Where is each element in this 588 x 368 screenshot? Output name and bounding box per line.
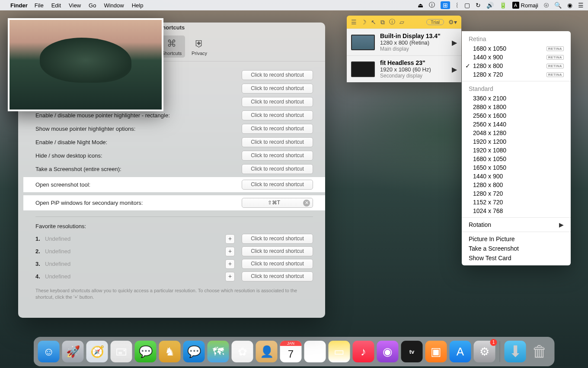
resolution-option[interactable]: 1152 x 720 (462, 198, 571, 207)
dock-contacts[interactable]: 👤 (256, 341, 278, 362)
record-button[interactable]: Click to record shortcut (242, 84, 313, 94)
timemachine-icon[interactable]: ↻ (476, 2, 481, 9)
menu-edit[interactable]: Edit (51, 2, 61, 9)
notification-center-icon[interactable]: ☰ (578, 2, 584, 9)
accessibility-icon[interactable]: ⓘ (429, 1, 435, 9)
siri-icon[interactable]: ◉ (567, 2, 572, 9)
add-button[interactable]: + (225, 259, 235, 269)
fav-undefined: Undefined (45, 248, 225, 255)
record-button[interactable]: ⇧⌘T✕ (242, 198, 313, 208)
airplay-icon[interactable]: ▢ (464, 2, 470, 9)
resolution-option[interactable]: 2880 x 1800 (462, 103, 571, 111)
add-button[interactable]: + (225, 247, 235, 256)
moon-icon[interactable]: ☽ (361, 19, 367, 26)
shortcut-row: Hide / show desktop icons:Click to recor… (35, 150, 313, 161)
record-button[interactable]: Click to record shortcut (242, 180, 313, 190)
ruler-icon[interactable]: ▱ (399, 19, 404, 26)
pip-icon[interactable]: ⧉ (380, 19, 385, 26)
dock-separator (500, 341, 500, 362)
resolution-option[interactable]: 2560 x 1600 (462, 111, 571, 120)
display-item[interactable]: Built-in Display 13.4"1280 x 800 (Retina… (347, 29, 461, 55)
dock-podcasts[interactable]: ◉ (377, 341, 399, 362)
dock-maps[interactable]: 🗺 (208, 341, 229, 362)
resolution-option[interactable]: 1650 x 1050 (462, 163, 571, 172)
dock-safari[interactable]: 🧭 (86, 341, 108, 362)
resolution-option[interactable]: 2560 x 1440 (462, 120, 571, 129)
dock-trash[interactable]: 🗑 (529, 341, 550, 362)
record-button[interactable]: Click to record shortcut (242, 70, 313, 80)
dock-chat[interactable]: 💬 (183, 341, 205, 362)
dock-music[interactable]: ♪ (353, 341, 374, 362)
resolution-option[interactable]: 1920 x 1200 (462, 137, 571, 146)
dock-finder[interactable]: ☺ (38, 341, 60, 362)
clear-icon[interactable]: ✕ (303, 200, 310, 207)
info-icon[interactable]: ⓘ (389, 18, 395, 26)
record-button[interactable]: Click to record shortcut (242, 124, 313, 134)
wifi-icon[interactable]: ⧙ (456, 2, 459, 9)
menu-file[interactable]: File (35, 2, 44, 9)
fastforward-icon[interactable]: ⦾ (544, 2, 549, 9)
record-button[interactable]: Click to record shortcut (242, 110, 313, 120)
menu-go[interactable]: Go (89, 2, 96, 9)
input-source[interactable]: ARomaji (512, 2, 538, 9)
dock-reminders[interactable]: ☰ (304, 341, 326, 362)
resolution-option[interactable]: 1440 x 900RETINA (462, 53, 571, 61)
dock-sysprefs[interactable]: ⚙1 (474, 341, 495, 362)
record-button[interactable]: Click to record shortcut (242, 234, 313, 244)
resolution-option[interactable]: 2048 x 1280 (462, 129, 571, 137)
testcard-action[interactable]: Show Test Card (462, 253, 571, 263)
dock-launchpad[interactable]: 🚀 (62, 341, 84, 362)
screenshot-action[interactable]: Take a Screenshot (462, 244, 571, 253)
record-button[interactable]: Click to record shortcut (242, 164, 313, 174)
dock-chess[interactable]: ♞ (159, 341, 181, 362)
resolution-option[interactable]: 1280 x 720RETINA (462, 70, 571, 79)
dock-photos[interactable]: ✿ (232, 341, 253, 362)
resolution-option[interactable]: 1680 x 1050RETINA (462, 44, 571, 53)
add-button[interactable]: + (225, 272, 235, 281)
record-button[interactable]: Click to record shortcut (242, 246, 313, 256)
record-button[interactable]: Click to record shortcut (242, 97, 313, 107)
resolution-option[interactable]: 1280 x 720 (462, 189, 571, 198)
dock-calendar[interactable]: JAN7 (280, 341, 302, 362)
add-button[interactable]: + (225, 234, 235, 244)
resolution-option[interactable]: 1920 x 1080 (462, 146, 571, 155)
eject-icon[interactable]: ⏏ (418, 2, 423, 9)
shortcut-label: Hide / show desktop icons: (35, 152, 238, 159)
display-item[interactable]: fit Headless 23"1920 x 1080 (60 Hz)Secon… (347, 55, 461, 82)
dock-mail[interactable]: 🖃 (111, 341, 132, 362)
dock-messages[interactable]: 💬 (135, 341, 157, 362)
record-button[interactable]: Click to record shortcut (242, 151, 313, 161)
fav-row: 1.Undefined+Click to record shortcut (35, 234, 313, 244)
list-icon[interactable]: ☰ (351, 19, 357, 26)
resolution-option[interactable]: 1680 x 1050 (462, 155, 571, 163)
record-button[interactable]: Click to record shortcut (242, 259, 313, 269)
resolution-option[interactable]: 1024 x 768 (462, 207, 571, 215)
record-button[interactable]: Click to record shortcut (242, 137, 313, 147)
gear-icon[interactable]: ⚙▾ (448, 19, 457, 26)
rotation-menu[interactable]: Rotation▶ (462, 220, 571, 229)
battery-icon[interactable]: 🔋 (499, 2, 507, 9)
display-menu-icon[interactable]: ⊞ (441, 1, 450, 9)
trial-badge[interactable]: Trial (426, 19, 444, 25)
spotlight-icon[interactable]: 🔍 (554, 2, 562, 9)
pip-action[interactable]: Picture In Picture (462, 234, 571, 244)
dock-downloads[interactable]: ⬇ (505, 341, 526, 362)
volume-icon[interactable]: 🔊 (486, 2, 494, 9)
resolution-option[interactable]: ✓1280 x 800RETINA (462, 61, 571, 70)
app-name[interactable]: Finder (10, 2, 28, 9)
menu-view[interactable]: View (69, 2, 81, 9)
resolution-option[interactable]: 3360 x 2100 (462, 94, 571, 103)
menu-window[interactable]: Window (104, 2, 124, 9)
pip-window[interactable] (8, 18, 163, 111)
dock-books[interactable]: ▣ (425, 341, 447, 362)
shortcut-label: Open screenshot tool: (35, 181, 238, 188)
resolution-option[interactable]: 1280 x 800 (462, 181, 571, 189)
record-button[interactable]: Click to record shortcut (242, 271, 313, 281)
dock-notes[interactable]: ▭ (329, 341, 350, 362)
dock-appstore[interactable]: A (450, 341, 471, 362)
resolution-option[interactable]: 1440 x 900 (462, 172, 571, 181)
menu-help[interactable]: Help (132, 2, 144, 9)
cursor-icon[interactable]: ↖ (371, 19, 376, 26)
tab-privacy[interactable]: ⛨Privacy (186, 36, 213, 58)
dock-tv[interactable]: tv (401, 341, 423, 362)
